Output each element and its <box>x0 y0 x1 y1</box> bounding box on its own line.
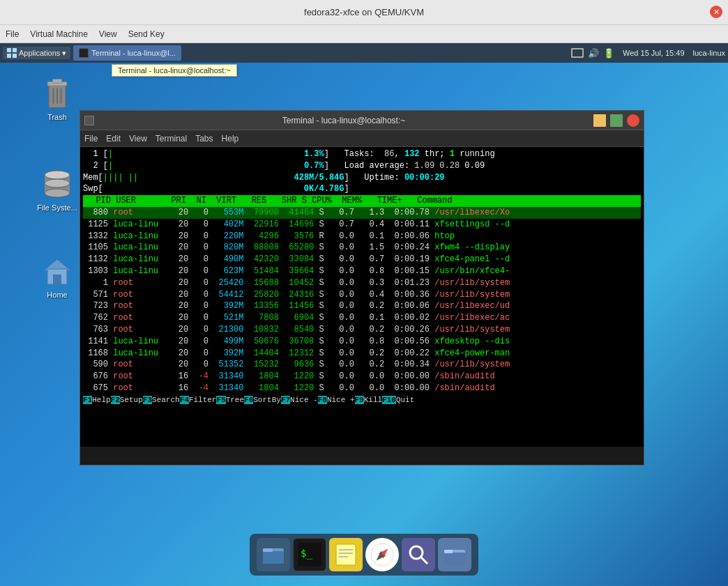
terminal-title: Terminal - luca-linux@localhost:~ <box>97 116 591 125</box>
table-row: 571 root 20 0 54412 25820 24316 S 0.0 0.… <box>83 289 641 301</box>
terminal-tooltip: Terminal - luca-linux@localhost:~ <box>112 64 237 77</box>
table-row: 1168 luca-linu 20 0 392M 14404 12312 S 0… <box>83 348 641 360</box>
qemu-menu-vm[interactable]: Virtual Machine <box>30 29 88 39</box>
notes-dock-icon <box>334 543 358 566</box>
svg-point-12 <box>45 189 70 197</box>
htop-footer: F1HelpF2SetupF3SearchF4FilterF5TreeF6Sor… <box>83 394 641 407</box>
table-row: 880 root 20 0 553M 79900 41464 S 0.7 1.3… <box>83 207 641 219</box>
xfce-systray: 🔊 🔋 Wed 15 Jul, 15:49 luca-linux <box>571 48 725 59</box>
table-row: 1125 luca-linu 20 0 402M 22916 14696 S 0… <box>83 219 641 231</box>
browser-dock-icon <box>370 543 394 566</box>
terminal-maximize-button[interactable] <box>610 114 623 127</box>
svg-rect-0 <box>7 48 11 52</box>
xfce-task-terminal[interactable]: Terminal - luca-linux@l... <box>73 45 181 61</box>
file-manager-icon <box>261 543 285 566</box>
home-icon <box>40 254 74 288</box>
terminal-menu-view[interactable]: View <box>129 134 147 144</box>
svg-rect-23 <box>336 544 356 565</box>
xfce-clock: Wed 15 Jul, 15:49 <box>619 49 688 57</box>
htop-swp-line: Swp[ 0K/4.78G] <box>83 183 641 195</box>
terminal-task-label: Terminal - luca-linux@l... <box>91 49 176 57</box>
files-dock-icon <box>443 543 467 566</box>
table-row: 1332 luca-linu 20 0 220M 4296 3576 R 0.0… <box>83 231 641 242</box>
filesystem-icon <box>40 167 74 201</box>
search-dock-icon <box>407 543 430 566</box>
table-row: 675 root 16 -4 31340 1804 1220 S 0.0 0.0… <box>83 383 641 394</box>
svg-rect-33 <box>444 553 465 565</box>
trash-desktop-icon[interactable]: Trash <box>33 77 82 121</box>
filesystem-desktop-icon[interactable]: File Syste... <box>33 167 82 212</box>
terminal-close-button[interactable] <box>627 114 639 127</box>
trash-icon <box>40 77 74 110</box>
table-row: 1132 luca-linu 20 0 490M 42320 33084 S 0… <box>83 254 641 265</box>
qemu-menu-sendkey[interactable]: Send Key <box>128 29 165 39</box>
dock-files[interactable] <box>438 538 471 571</box>
htop-mem-line: Mem[|||| || 428M/5.84G] Uptime: 00:00:29 <box>83 172 641 184</box>
xfce-taskbar: Applications ▾ Terminal - luca-linux@l..… <box>0 43 728 63</box>
htop-process-list: 880 root 20 0 553M 79900 41464 S 0.7 1.3… <box>83 207 641 394</box>
terminal-small-icon <box>84 116 94 125</box>
applications-label: Applications <box>19 49 60 57</box>
htop-table-header: PID USER PRI NI VIRT RES SHR S CPU% MEM%… <box>83 195 641 207</box>
table-row: 762 root 20 0 521M 7808 6904 S 0.0 0.1 0… <box>83 312 641 324</box>
svg-rect-3 <box>13 54 17 58</box>
svg-rect-20 <box>263 548 273 552</box>
table-row: 590 root 20 0 51352 15232 9636 S 0.0 0.2… <box>83 359 641 371</box>
home-icon-svg <box>43 256 72 286</box>
xfce-username: luca-linux <box>693 49 725 57</box>
qemu-menu-view[interactable]: View <box>99 29 117 39</box>
svg-rect-17 <box>53 275 61 284</box>
terminal-task-icon <box>79 48 89 58</box>
dock-safari[interactable] <box>365 538 399 571</box>
svg-rect-34 <box>444 550 453 553</box>
terminal-content[interactable]: 1 [| 1.3%] Tasks: 86, 132 thr; 1 running… <box>80 147 644 447</box>
dock-file-manager[interactable] <box>257 538 290 571</box>
terminal-menu-edit[interactable]: Edit <box>106 134 121 144</box>
table-row: 1303 luca-linu 20 0 623M 51484 39664 S 0… <box>83 265 641 277</box>
terminal-titlebar: Terminal - luca-linux@localhost:~ <box>80 111 644 130</box>
power-icon: 🔋 <box>603 48 614 59</box>
trash-icon-svg <box>43 77 72 110</box>
applications-arrow: ▾ <box>62 49 66 58</box>
xfce-applications-menu[interactable]: Applications ▾ <box>3 47 70 59</box>
dock-search[interactable] <box>402 538 435 571</box>
terminal-menu-help[interactable]: Help <box>222 134 239 144</box>
svg-rect-2 <box>7 54 11 58</box>
table-row: 1 root 20 0 25420 15688 10452 S 0.0 0.3 … <box>83 277 641 289</box>
qemu-close-button[interactable]: ✕ <box>710 6 722 18</box>
svg-text:$_: $_ <box>301 548 312 560</box>
table-row: 723 root 20 0 392M 13356 11456 S 0.0 0.2… <box>83 300 641 312</box>
monitor-icon <box>571 48 584 58</box>
terminal-menu-terminal[interactable]: Terminal <box>156 134 187 144</box>
terminal-menu-file[interactable]: File <box>84 134 98 144</box>
table-row: 676 root 16 -4 31340 1804 1220 S 0.0 0.0… <box>83 371 641 383</box>
svg-rect-19 <box>263 551 284 564</box>
htop-footer-bar[interactable]: F1HelpF2SetupF3SearchF4FilterF5TreeF6Sor… <box>83 394 641 407</box>
filesystem-icon-svg <box>43 169 72 199</box>
svg-line-31 <box>420 557 427 564</box>
svg-point-13 <box>45 171 70 179</box>
svg-rect-6 <box>53 79 62 84</box>
qemu-titlebar: fedora32-xfce on QEMU/KVM ✕ <box>0 0 728 25</box>
filesystem-label: File Syste... <box>33 203 82 212</box>
dock-notes[interactable] <box>329 538 363 571</box>
applications-icon <box>7 48 17 58</box>
table-row: 1105 luca-linu 20 0 820M 88808 65280 S 0… <box>83 242 641 254</box>
svg-rect-1 <box>13 48 17 52</box>
terminal-minimize-button[interactable] <box>593 114 606 127</box>
home-label: Home <box>33 291 82 299</box>
tooltip-text: Terminal - luca-linux@localhost:~ <box>118 66 231 75</box>
qemu-menu-file[interactable]: File <box>6 29 19 39</box>
qemu-menubar: File Virtual Machine View Send Key <box>0 25 728 43</box>
svg-point-14 <box>45 179 70 187</box>
qemu-title: fedora32-xfce on QEMU/KVM <box>304 7 424 17</box>
home-desktop-icon[interactable]: Home <box>33 254 82 299</box>
table-row: 763 root 20 0 21300 10832 8540 S 0.0 0.2… <box>83 324 641 336</box>
terminal-dock-icon: $_ <box>298 543 321 566</box>
volume-icon: 🔊 <box>588 48 599 59</box>
terminal-menubar: File Edit View Terminal Tabs Help <box>80 130 644 147</box>
terminal-menu-tabs[interactable]: Tabs <box>195 134 213 144</box>
dock-terminal[interactable]: $_ <box>293 538 326 571</box>
trash-label: Trash <box>33 113 82 121</box>
htop-cpu1-line: 1 [| 1.3%] Tasks: 86, 132 thr; 1 running <box>83 148 641 160</box>
